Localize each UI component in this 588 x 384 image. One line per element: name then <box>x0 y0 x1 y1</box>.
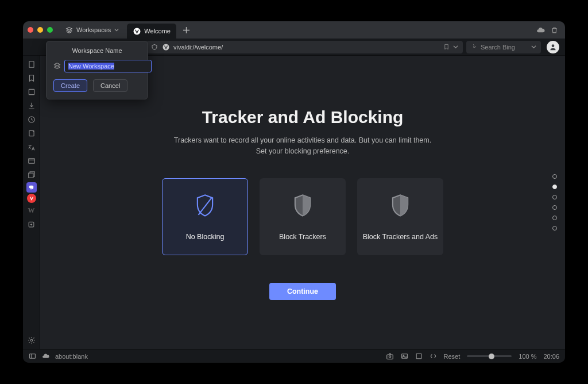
workspaces-menu-button[interactable]: Workspaces <box>61 25 123 36</box>
panel-translate[interactable] <box>24 141 39 153</box>
option-block-trackers[interactable]: Block Trackers <box>260 178 346 255</box>
panel-bar: W <box>23 56 40 349</box>
chevron-down-icon[interactable] <box>453 44 458 49</box>
trash-icon[interactable] <box>551 26 558 34</box>
page-subtitle: Trackers want to record all your online … <box>171 135 435 158</box>
zoom-slider[interactable] <box>467 355 512 357</box>
search-field[interactable]: Search Bing <box>466 41 541 53</box>
popup-title: Workspace Name <box>53 47 141 54</box>
workspaces-icon <box>53 62 61 70</box>
svg-rect-4 <box>29 89 34 94</box>
user-icon <box>549 43 557 51</box>
panel-reading-list[interactable] <box>24 72 39 85</box>
search-engine-icon <box>471 44 477 50</box>
tile-icon[interactable] <box>415 352 423 360</box>
bookmark-icon[interactable] <box>443 44 450 50</box>
workspaces-icon <box>65 26 73 34</box>
workspace-name-input[interactable] <box>64 60 152 72</box>
step-dot[interactable] <box>552 185 557 189</box>
option-label: Block Trackers <box>279 233 326 241</box>
svg-rect-17 <box>416 354 421 359</box>
svg-rect-3 <box>29 62 33 68</box>
cancel-button[interactable]: Cancel <box>93 79 127 92</box>
panel-toggle-icon[interactable] <box>29 352 36 360</box>
step-dot[interactable] <box>552 174 557 179</box>
shield-icon <box>291 193 314 220</box>
svg-point-14 <box>389 355 391 358</box>
panel-history[interactable] <box>24 113 39 126</box>
status-bar: about:blank Reset 100 % 20:06 <box>23 349 565 363</box>
panel-add[interactable] <box>24 218 39 231</box>
panel-notes[interactable] <box>24 127 39 140</box>
welcome-page: Tracker and Ad Blocking Trackers want to… <box>40 56 565 349</box>
browser-window: Workspaces Welcome <box>23 21 565 363</box>
panel-wikipedia[interactable]: W <box>24 204 39 217</box>
panel-window[interactable] <box>24 155 39 167</box>
panel-downloads[interactable] <box>24 86 39 98</box>
zoom-value: 100 % <box>519 353 536 360</box>
option-no-blocking[interactable]: No Blocking <box>162 178 248 255</box>
chevron-down-icon <box>114 28 119 32</box>
option-block-trackers-ads[interactable]: Block Trackers and Ads <box>357 178 443 255</box>
workspaces-label: Workspaces <box>76 26 111 33</box>
tab-title: Welcome <box>144 28 171 34</box>
profile-avatar-button[interactable] <box>547 41 559 53</box>
svg-rect-12 <box>30 354 36 359</box>
create-workspace-popup: Workspace Name Create Cancel <box>46 41 148 99</box>
continue-button[interactable]: Continue <box>269 283 336 300</box>
create-button[interactable]: Create <box>53 79 87 92</box>
panel-bookmarks[interactable] <box>24 58 39 71</box>
minimize-window-button[interactable] <box>37 27 43 33</box>
site-vivaldi-icon <box>162 43 170 51</box>
sync-icon[interactable] <box>42 352 49 360</box>
svg-point-10 <box>30 339 33 341</box>
sync-cloud-icon[interactable] <box>536 26 545 34</box>
image-toggle-icon[interactable] <box>401 352 408 360</box>
vivaldi-icon <box>133 27 141 35</box>
capture-icon[interactable] <box>386 352 394 360</box>
step-dot[interactable] <box>552 226 557 231</box>
close-window-button[interactable] <box>28 27 33 33</box>
panel-vivaldi[interactable] <box>27 194 36 203</box>
search-placeholder: Search Bing <box>481 44 528 51</box>
status-url: about:blank <box>55 353 88 360</box>
chevron-down-icon[interactable] <box>531 44 536 49</box>
new-tab-button[interactable] <box>180 23 194 37</box>
maximize-window-button[interactable] <box>47 27 53 33</box>
svg-rect-15 <box>401 354 407 359</box>
gear-icon <box>28 336 36 344</box>
address-bar[interactable]: vivaldi://welcome/ <box>146 41 463 53</box>
tab-welcome[interactable]: Welcome <box>127 24 176 39</box>
traffic-lights <box>28 27 53 33</box>
plus-icon <box>183 27 189 33</box>
blocking-options: No Blocking Block Trackers Block Tracker… <box>162 178 443 255</box>
page-actions-icon[interactable] <box>430 352 437 360</box>
panel-mastodon[interactable] <box>26 182 37 193</box>
shield-icon <box>150 43 158 51</box>
settings-button[interactable] <box>24 334 39 347</box>
svg-point-2 <box>552 44 555 47</box>
panel-tabs[interactable] <box>24 168 39 181</box>
zoom-reset-button[interactable]: Reset <box>444 353 461 360</box>
clock: 20:06 <box>543 353 559 360</box>
step-dot[interactable] <box>552 205 557 210</box>
option-label: Block Trackers and Ads <box>363 233 438 241</box>
step-dot[interactable] <box>552 216 557 220</box>
page-title: Tracker and Ad Blocking <box>202 107 404 127</box>
step-indicator <box>552 174 557 231</box>
svg-rect-7 <box>28 159 34 163</box>
panel-download-arrow[interactable] <box>24 99 39 112</box>
step-dot[interactable] <box>552 195 557 199</box>
svg-rect-13 <box>386 355 393 359</box>
tab-bar: Workspaces Welcome <box>23 21 565 39</box>
shield-icon <box>389 193 412 220</box>
address-url: vivaldi://welcome/ <box>173 44 440 51</box>
svg-rect-8 <box>28 173 33 178</box>
shield-off-icon <box>194 193 216 220</box>
option-label: No Blocking <box>186 233 225 241</box>
